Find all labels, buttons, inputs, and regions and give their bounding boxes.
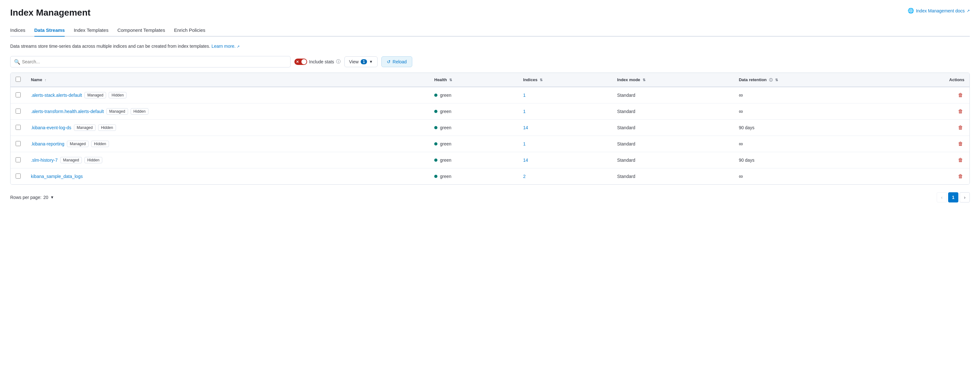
sort-both-icon-health: ⇅: [449, 78, 452, 82]
row-checkbox-4[interactable]: [16, 157, 21, 162]
row-checkbox-2[interactable]: [16, 125, 21, 130]
next-page-button[interactable]: ›: [959, 192, 970, 203]
row-checkbox-0[interactable]: [16, 92, 21, 97]
indices-count-link[interactable]: 1: [523, 141, 526, 146]
tag-hidden: Hidden: [91, 141, 109, 147]
name-cell: .slm-history-7ManagedHidden: [31, 157, 424, 163]
reload-button[interactable]: ↺ Reload: [381, 56, 412, 67]
tag-hidden: Hidden: [130, 108, 148, 115]
data-retention-cell: 90 days: [734, 152, 889, 168]
tag-managed: Managed: [67, 141, 89, 147]
page-header: Index Management 🌐 Index Management docs…: [10, 8, 970, 18]
prev-page-button[interactable]: ‹: [937, 192, 947, 203]
health-label: green: [440, 174, 452, 179]
rows-per-page-value: 20: [43, 195, 48, 200]
tab-index-templates[interactable]: Index Templates: [73, 24, 108, 36]
health-cell: green: [434, 93, 513, 98]
table-row: .kibana-reportingManagedHiddengreen1Stan…: [11, 136, 969, 152]
col-header-index-mode[interactable]: Index mode ⇅: [612, 73, 734, 87]
nav-tabs: Indices Data Streams Index Templates Com…: [10, 24, 970, 36]
external-link-icon-sm: ↗: [237, 44, 240, 48]
col-header-name[interactable]: Name ↑: [26, 73, 429, 87]
row-checkbox-1[interactable]: [16, 109, 21, 114]
tag-hidden: Hidden: [109, 92, 126, 98]
page-container: Index Management 🌐 Index Management docs…: [0, 0, 980, 382]
tab-enrich-policies[interactable]: Enrich Policies: [174, 24, 205, 36]
table-row: .slm-history-7ManagedHiddengreen14Standa…: [11, 152, 969, 168]
docs-link[interactable]: 🌐 Index Management docs ↗: [908, 8, 970, 14]
name-cell: .kibana-reportingManagedHidden: [31, 141, 424, 147]
delete-button[interactable]: 🗑: [957, 156, 964, 164]
indices-count-link[interactable]: 14: [523, 158, 528, 163]
toolbar: 🔍 ✕ Include stats ⓘ View 1 ▼ ↺ Reload: [10, 56, 970, 68]
stream-name-link[interactable]: .kibana-event-log-ds: [31, 125, 72, 130]
data-retention-cell: ∞: [734, 168, 889, 185]
page-title: Index Management: [10, 8, 91, 18]
delete-button[interactable]: 🗑: [957, 124, 964, 132]
view-button[interactable]: View 1 ▼: [344, 56, 378, 67]
reload-icon: ↺: [387, 59, 391, 64]
health-dot: [434, 142, 438, 146]
select-all-checkbox[interactable]: [16, 77, 21, 82]
rows-per-page[interactable]: Rows per page: 20 ▼: [10, 195, 54, 200]
tab-data-streams[interactable]: Data Streams: [34, 24, 65, 36]
search-icon: 🔍: [14, 59, 21, 65]
infinity-icon: ∞: [739, 92, 743, 98]
col-header-indices[interactable]: Indices ⇅: [518, 73, 612, 87]
row-checkbox-3[interactable]: [16, 141, 21, 146]
data-retention-cell: 90 days: [734, 120, 889, 136]
stream-name-link[interactable]: .slm-history-7: [31, 158, 58, 163]
data-streams-table: Name ↑ Health ⇅ Indices ⇅ Index mode ⇅: [10, 73, 970, 185]
infinity-icon: ∞: [739, 173, 743, 179]
tab-component-templates[interactable]: Component Templates: [117, 24, 165, 36]
indices-count-link[interactable]: 1: [523, 109, 526, 114]
page-1-button[interactable]: 1: [948, 192, 958, 203]
tag-managed: Managed: [84, 92, 106, 98]
sort-both-icon-mode: ⇅: [643, 78, 646, 82]
toggle-x-icon: ✕: [296, 60, 299, 64]
health-dot: [434, 159, 438, 162]
include-stats-label: Include stats: [309, 59, 334, 64]
health-cell: green: [434, 109, 513, 114]
globe-icon: 🌐: [908, 8, 914, 14]
indices-count-link[interactable]: 2: [523, 174, 526, 179]
sort-asc-icon: ↑: [45, 78, 46, 82]
health-dot: [434, 126, 438, 129]
delete-button[interactable]: 🗑: [957, 107, 964, 116]
health-label: green: [440, 125, 452, 130]
infinity-icon: ∞: [739, 141, 743, 147]
delete-button[interactable]: 🗑: [957, 91, 964, 99]
info-icon[interactable]: ⓘ: [336, 59, 340, 65]
pagination: ‹ 1 ›: [937, 192, 970, 203]
stream-name-link[interactable]: .kibana-reporting: [31, 141, 64, 146]
stream-name-link[interactable]: kibana_sample_data_logs: [31, 174, 83, 179]
tag-managed: Managed: [107, 108, 128, 115]
health-label: green: [440, 109, 452, 114]
col-header-health[interactable]: Health ⇅: [429, 73, 518, 87]
health-dot: [434, 175, 438, 178]
delete-button[interactable]: 🗑: [957, 140, 964, 148]
index-mode-cell: Standard: [612, 103, 734, 120]
row-checkbox-5[interactable]: [16, 173, 21, 179]
indices-count-link[interactable]: 1: [523, 93, 526, 98]
name-cell: .alerts-transform.health.alerts-defaultM…: [31, 108, 424, 115]
delete-button[interactable]: 🗑: [957, 172, 964, 181]
learn-more-link[interactable]: Learn more. ↗: [212, 44, 240, 49]
info-icon-retention: ⓘ: [769, 78, 773, 82]
tag-managed: Managed: [60, 157, 82, 163]
search-input[interactable]: [10, 56, 291, 68]
stream-name-link[interactable]: .alerts-stack.alerts-default: [31, 93, 82, 98]
infinity-icon: ∞: [739, 108, 743, 115]
include-stats-toggle[interactable]: ✕: [294, 59, 307, 65]
data-retention-cell: ∞: [734, 103, 889, 120]
name-cell: kibana_sample_data_logs: [31, 174, 424, 179]
health-cell: green: [434, 141, 513, 146]
chevron-down-icon-rows: ▼: [50, 195, 54, 200]
health-label: green: [440, 93, 452, 98]
table-row: kibana_sample_data_logsgreen2Standard∞🗑: [11, 168, 969, 185]
stream-name-link[interactable]: .alerts-transform.health.alerts-default: [31, 109, 104, 114]
health-label: green: [440, 141, 452, 146]
tab-indices[interactable]: Indices: [10, 24, 25, 36]
col-header-data-retention[interactable]: Data retention ⓘ ⇅: [734, 73, 889, 87]
indices-count-link[interactable]: 14: [523, 125, 528, 130]
